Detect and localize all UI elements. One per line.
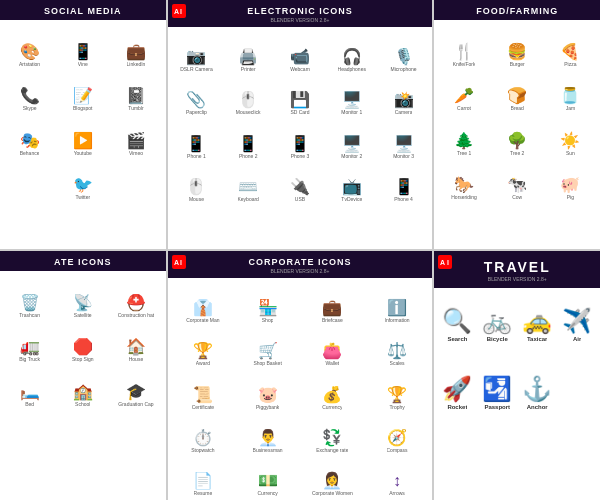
icon-label: Certificate xyxy=(192,404,215,410)
food-header: FOOD/FARMING xyxy=(434,0,600,20)
list-item: 🍕Pizza xyxy=(545,24,596,67)
icon-label: Tree 2 xyxy=(510,150,524,156)
list-item: ▶️Youtube xyxy=(57,113,108,156)
icon-label: Jam xyxy=(566,105,575,111)
icon-emoji: 🛒 xyxy=(258,343,278,359)
icon-emoji: ⏱️ xyxy=(193,430,213,446)
icon-label: Tree 1 xyxy=(457,150,471,156)
list-item: 🧭Compass xyxy=(366,412,429,453)
icon-label: Artstation xyxy=(19,61,40,67)
icon-emoji: 📷 xyxy=(186,49,206,65)
travel-adobe-badge: Ai xyxy=(438,255,452,269)
icon-label: Blogspot xyxy=(73,105,92,111)
icon-label: Bed xyxy=(25,401,34,407)
list-item: 🚕Taxicar xyxy=(518,292,556,359)
icon-emoji: 🚲 xyxy=(482,309,512,333)
list-item: 🐷Piggybank xyxy=(236,368,299,409)
adobe-badge: Ai xyxy=(172,4,186,18)
icon-label: Wallet xyxy=(325,360,339,366)
icon-label: Camera xyxy=(395,109,413,115)
list-item: 💵Currency xyxy=(236,455,299,496)
icon-emoji: 🏆 xyxy=(387,387,407,403)
icon-emoji: 💰 xyxy=(322,387,342,403)
icon-emoji: 📝 xyxy=(73,88,93,104)
icon-emoji: 🥕 xyxy=(454,88,474,104)
icon-emoji: 🛑 xyxy=(73,339,93,355)
list-item: 🖥️Monitor 1 xyxy=(327,74,377,115)
icon-emoji: ⛑️ xyxy=(126,295,146,311)
icon-emoji: 🔍 xyxy=(442,309,472,333)
icon-label: Currency xyxy=(322,404,342,410)
icon-emoji: 📺 xyxy=(342,179,362,195)
icon-emoji: 📱 xyxy=(394,179,414,195)
corporate-header: Ai CORPORATE ICONS Blender Version 2.8+ xyxy=(168,251,433,278)
icon-label: Monitor 3 xyxy=(393,153,414,159)
icon-label: Phone 3 xyxy=(291,153,310,159)
icon-emoji: 👔 xyxy=(193,300,213,316)
icon-emoji: 🎧 xyxy=(342,49,362,65)
icon-emoji: 🚕 xyxy=(522,309,552,333)
icon-label: Arrows xyxy=(389,490,405,496)
electronic-header: Ai ELECTRONIC ICONS Blender Version 2.8+ xyxy=(168,0,433,27)
list-item: 🏆Trophy xyxy=(366,368,429,409)
icon-label: Air xyxy=(573,336,581,342)
icon-emoji: 🖱️ xyxy=(238,92,258,108)
icon-emoji: 🖥️ xyxy=(342,92,362,108)
icon-label: Construction hat xyxy=(118,312,154,318)
icon-emoji: ℹ️ xyxy=(387,300,407,316)
icon-emoji: 🐦 xyxy=(73,177,93,193)
list-item: 🏪Shop xyxy=(236,282,299,323)
list-item: 🌲Tree 1 xyxy=(438,113,489,156)
food-title: FOOD/FARMING xyxy=(476,6,558,16)
icon-label: Phone 2 xyxy=(239,153,258,159)
icon-label: Vine xyxy=(78,61,88,67)
icon-emoji: 🎨 xyxy=(20,44,40,60)
icon-emoji: 🌲 xyxy=(454,133,474,149)
icon-emoji: 👨‍💼 xyxy=(258,430,278,446)
icon-emoji: ☀️ xyxy=(560,133,580,149)
list-item: 🥕Carrot xyxy=(438,69,489,112)
travel-title: TRAVEL xyxy=(484,259,551,275)
icon-label: Stop Sign xyxy=(72,356,94,362)
icon-label: Satellite xyxy=(74,312,92,318)
list-item: 🌳Tree 2 xyxy=(492,113,543,156)
list-item: ↕️Arrows xyxy=(366,455,429,496)
icon-emoji: 🍴 xyxy=(454,44,474,60)
list-item xyxy=(558,361,596,428)
corporate-adobe-badge: Ai xyxy=(172,255,186,269)
icon-label: Carrot xyxy=(457,105,471,111)
list-item: ⚖️Scales xyxy=(366,325,429,366)
icon-emoji: 📱 xyxy=(73,44,93,60)
panel-food: FOOD/FARMING 🍴Knife/Fork🍔Burger🍕Pizza🥕Ca… xyxy=(434,0,600,249)
list-item: 🖱️Mouse xyxy=(172,161,222,202)
list-item: 🎧Headphones xyxy=(327,31,377,72)
list-item: 📹Webcam xyxy=(275,31,325,72)
list-item: 🛑Stop Sign xyxy=(57,320,108,363)
icon-label: Phone 4 xyxy=(394,196,413,202)
icon-emoji: 📹 xyxy=(290,49,310,65)
list-item: 🔌USB xyxy=(275,161,325,202)
icon-emoji: 🚀 xyxy=(442,377,472,401)
icon-label: Businessman xyxy=(253,447,283,453)
icon-emoji: 📞 xyxy=(20,88,40,104)
estate-icons: 🗑️Trashcan📡Satellite⛑️Construction hat🚛B… xyxy=(0,271,166,500)
list-item: 🖨️Printer xyxy=(223,31,273,72)
icon-emoji: ▶️ xyxy=(73,133,93,149)
icon-emoji: 🏠 xyxy=(126,339,146,355)
icon-emoji: 📄 xyxy=(193,473,213,489)
icon-label: Corporate Man xyxy=(186,317,219,323)
list-item: 📜Certificate xyxy=(172,368,235,409)
list-item: 🍴Knife/Fork xyxy=(438,24,489,67)
social-media-header: SOCIAL MEDIA xyxy=(0,0,166,20)
icon-label: Knife/Fork xyxy=(453,61,476,67)
icon-label: Phone 1 xyxy=(187,153,206,159)
icon-emoji: 💾 xyxy=(290,92,310,108)
list-item: 🚛Big Truck xyxy=(4,320,55,363)
icon-emoji: 🐎 xyxy=(454,177,474,193)
icon-emoji: 🛏️ xyxy=(20,384,40,400)
icon-emoji: 🎬 xyxy=(126,133,146,149)
icon-emoji: 🌳 xyxy=(507,133,527,149)
icon-emoji: ✈️ xyxy=(562,309,592,333)
icon-label: Bicycle xyxy=(487,336,508,342)
icon-label: Mouseclick xyxy=(236,109,261,115)
